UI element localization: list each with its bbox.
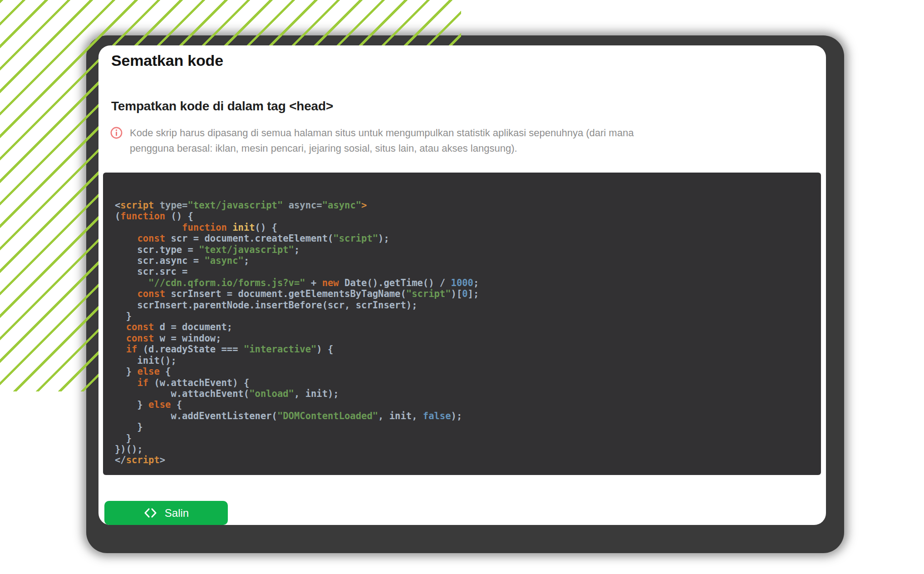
info-icon [110,127,123,139]
embed-code: <script type="text/javascript" async="as… [103,173,821,466]
modal-title: Sematkan kode [111,52,223,69]
notice: Kode skrip harus dipasang di semua halam… [110,125,674,156]
section-subtitle: Tempatkan kode di dalam tag <head> [111,99,333,114]
embed-code-modal: Sematkan kode Tempatkan kode di dalam ta… [98,45,826,525]
copy-button-label: Salin [165,507,189,520]
copy-code-button[interactable]: Salin [104,501,228,525]
notice-text: Kode skrip harus dipasang di semua halam… [130,125,674,156]
code-brackets-icon [143,508,157,518]
code-panel: <script type="text/javascript" async="as… [103,173,821,475]
